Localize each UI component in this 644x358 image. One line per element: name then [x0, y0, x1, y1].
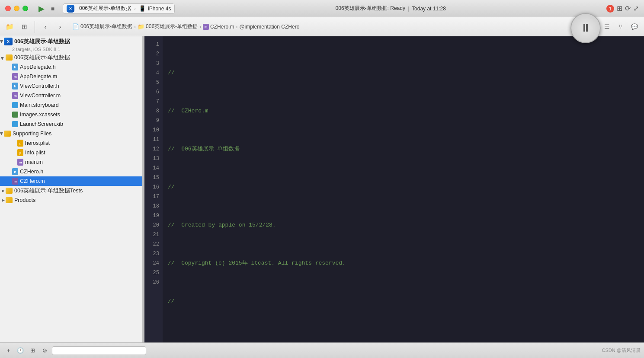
status-bar: 006英雄展示-单组数据: Ready | Today at 11:28 — [175, 5, 606, 12]
line-num-22: 22 — [144, 240, 163, 249]
breadcrumb-m-icon: m — [203, 24, 209, 30]
navigator-toggle-button[interactable]: 📁 — [3, 21, 16, 33]
breadcrumb-part-4[interactable]: @implementation CZHero — [239, 24, 299, 30]
inspector-toggle-button[interactable]: ☰ — [601, 21, 613, 33]
tests-folder-icon — [6, 188, 13, 194]
line-num-10: 10 — [144, 125, 163, 135]
breadcrumb-sep-2: › — [199, 24, 201, 30]
sidebar-item-images-xcassets[interactable]: Images.xcassets — [0, 110, 142, 119]
stop-button[interactable]: ■ — [48, 4, 58, 13]
code-text-7: // — [168, 297, 175, 306]
maximize-button[interactable] — [22, 6, 28, 11]
project-icon: X — [4, 38, 13, 45]
navigator-options-button[interactable]: ⊞ — [28, 346, 37, 355]
breadcrumb-forward-button[interactable]: › — [54, 21, 66, 33]
status-time: Today at 11:28 — [412, 6, 446, 12]
clock-icon: 🕐 — [17, 347, 24, 354]
breadcrumb-project-icon: 📄 — [72, 23, 79, 30]
main-group-folder-icon — [6, 54, 13, 61]
titlebar-actions: ▶ ■ X 006英雄展示-单组数据 › 📱 iPhone 4s — [37, 3, 175, 14]
error-badge: 1 — [606, 5, 614, 13]
tests-group-label: 006英雄展示-单组数据Tests — [14, 187, 83, 195]
sidebar-item-main-storyboard[interactable]: Main.storyboard — [0, 100, 142, 110]
file-label-viewcontroller-h: ViewController.h — [20, 83, 59, 89]
project-root-item[interactable]: ▶ X 006英雄展示-单组数据 — [0, 36, 142, 47]
main-group-label: 006英雄展示-单组数据 — [14, 54, 70, 61]
products-folder-icon — [6, 197, 13, 203]
line-num-18: 18 — [144, 201, 163, 211]
sidebar-item-info-plist[interactable]: p Info.plist — [0, 148, 142, 157]
minimize-button[interactable] — [14, 6, 19, 11]
filter-toggle-button[interactable]: ⊚ — [40, 346, 49, 355]
play-button[interactable]: ▶ — [37, 4, 46, 13]
file-icon-m-3: m — [17, 159, 23, 166]
sidebar-item-appdelegate-h[interactable]: h AppDelegate.h — [0, 62, 142, 72]
line-num-24: 24 — [144, 259, 163, 268]
file-label-czhero-m: CZHero.m — [20, 178, 45, 184]
code-content[interactable]: // // CZHero.m // 006英雄展示-单组数据 // // Cre… — [163, 36, 644, 342]
code-line-3: // 006英雄展示-单组数据 — [168, 144, 644, 154]
line-num-8: 8 — [144, 106, 163, 116]
sidebar-item-launchscreen[interactable]: LaunchScreen.xib — [0, 119, 142, 129]
file-icon-m-4: m — [12, 178, 18, 185]
sidebar-item-products-group[interactable]: ▶ Products — [0, 195, 142, 205]
line-num-7: 7 — [144, 97, 163, 106]
code-text-3: // 006英雄展示-单组数据 — [168, 144, 240, 154]
add-file-button[interactable]: ＋ — [3, 346, 13, 355]
grid-view-button[interactable]: ⊞ — [18, 21, 30, 33]
sidebar-item-main-group[interactable]: ▶ 006英雄展示-单组数据 — [0, 53, 142, 62]
code-text-6: // Copyright (c) 2015年 itcast. All right… — [168, 259, 346, 268]
sidebar-item-viewcontroller-m[interactable]: m ViewController.m — [0, 91, 142, 100]
device-label: iPhone 4s — [148, 6, 171, 12]
sidebar-item-viewcontroller-h[interactable]: h ViewController.h — [0, 81, 142, 91]
watermark-text: CSDN @清风清晨 — [602, 347, 641, 354]
breadcrumb: 📄 006英雄展示-单组数据 › 📁 006英雄展示-单组数据 › m CZHe… — [69, 23, 598, 30]
navigator-icon: 📁 — [6, 23, 14, 31]
breadcrumb-part-1[interactable]: 006英雄展示-单组数据 — [80, 23, 132, 30]
code-editor[interactable]: 1 2 3 4 5 6 7 8 9 10 11 12 13 14 15 16 1… — [144, 36, 644, 342]
products-group-arrow: ▶ — [0, 198, 5, 202]
debug-toggle-button[interactable]: ⑂ — [615, 21, 627, 33]
supporting-folder-icon — [4, 131, 11, 137]
breadcrumb-back-button[interactable]: ‹ — [39, 21, 51, 33]
line-num-11: 11 — [144, 135, 163, 144]
activity-icon[interactable]: ⟳ — [625, 4, 631, 13]
code-line-8 — [168, 335, 644, 342]
pause-overlay-button[interactable]: ⏸ — [570, 13, 601, 43]
editor-toggle-icon[interactable]: ⊞ — [617, 4, 622, 13]
breadcrumb-part-2[interactable]: 006英雄展示-单组数据 — [146, 23, 198, 30]
bottom-bar: ＋ 🕐 ⊞ ⊚ CSDN @清风清晨 — [0, 342, 644, 358]
line-num-17: 17 — [144, 192, 163, 201]
sidebar-item-appdelegate-m[interactable]: m AppDelegate.m — [0, 72, 142, 81]
code-line-1: // — [168, 68, 644, 78]
code-line-2: // CZHero.m — [168, 106, 644, 116]
file-icon-h-1: h — [12, 64, 18, 70]
status-text: 006英雄展示-单组数据: Ready — [336, 5, 405, 12]
sidebar-item-supporting-files[interactable]: ▶ Supporting Files — [0, 129, 142, 138]
scheme-selector[interactable]: X 006英雄展示-单组数据 › 📱 iPhone 4s — [63, 3, 175, 14]
sidebar-item-czhero-m[interactable]: m CZHero.m — [0, 176, 142, 186]
line-num-26: 26 — [144, 278, 163, 287]
sidebar: ▶ X 006英雄展示-单组数据 2 targets, iOS SDK 8.1 … — [0, 36, 143, 342]
sidebar-item-czhero-h[interactable]: h CZHero.h — [0, 167, 142, 176]
scheme-label: 006英雄展示-单组数据 — [79, 5, 131, 12]
code-container: 1 2 3 4 5 6 7 8 9 10 11 12 13 14 15 16 1… — [144, 36, 644, 342]
storyboard-icon — [12, 102, 18, 108]
toolbar: 📁 ⊞ ‹ › 📄 006英雄展示-单组数据 › 📁 006英雄展示-单组数据 … — [0, 17, 644, 36]
recent-files-button[interactable]: 🕐 — [16, 346, 25, 355]
breadcrumb-part-3[interactable]: CZHero.m — [210, 24, 234, 30]
line-num-5: 5 — [144, 78, 163, 87]
line-num-20: 20 — [144, 221, 163, 230]
close-button[interactable] — [5, 6, 11, 11]
file-icon-m-1: m — [12, 73, 18, 80]
file-label-launchscreen: LaunchScreen.xib — [20, 121, 63, 127]
fullscreen-icon[interactable]: ⤢ — [633, 4, 639, 13]
line-num-1: 1 — [144, 40, 163, 49]
line-num-13: 13 — [144, 154, 163, 163]
line-num-4: 4 — [144, 68, 163, 78]
assistant-toggle-button[interactable]: 💬 — [628, 21, 641, 33]
sidebar-item-tests-group[interactable]: ▶ 006英雄展示-单组数据Tests — [0, 186, 142, 195]
sidebar-item-heros-plist[interactable]: p heros.plist — [0, 138, 142, 148]
filter-input[interactable] — [52, 346, 146, 355]
sidebar-item-main-m[interactable]: m main.m — [0, 157, 142, 167]
